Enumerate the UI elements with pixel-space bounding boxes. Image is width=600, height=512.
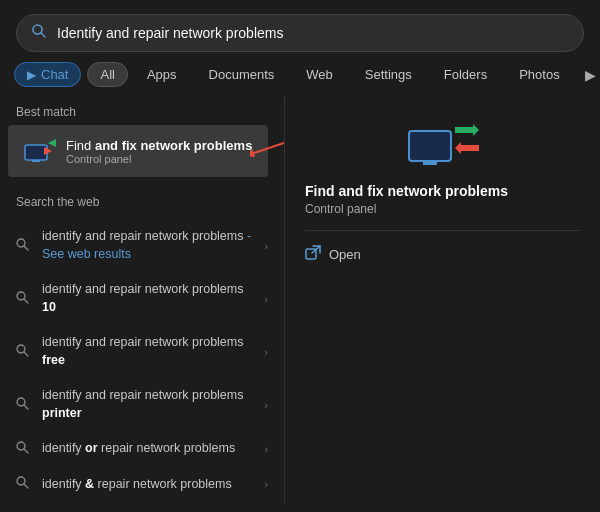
web-result-text: identify & repair network problems: [42, 476, 254, 494]
svg-marker-22: [455, 124, 479, 136]
tab-chat[interactable]: ▶ Chat: [14, 62, 81, 87]
web-result-text: identify and repair network problems fre…: [42, 334, 254, 369]
tab-apps-label: Apps: [147, 67, 177, 82]
search-input[interactable]: [57, 25, 569, 41]
best-match-text: Find and fix network problems Control pa…: [66, 138, 252, 165]
svg-line-9: [24, 246, 28, 250]
open-external-icon: [305, 245, 321, 264]
detail-network-icon: [407, 117, 479, 173]
tab-web[interactable]: Web: [293, 62, 346, 87]
chevron-right-icon: ›: [264, 478, 268, 490]
detail-icon-wrap: [305, 117, 580, 173]
play-icon[interactable]: ▶: [579, 63, 600, 87]
svg-line-17: [24, 449, 28, 453]
right-panel: Find and fix network problems Control pa…: [285, 97, 600, 504]
tab-all[interactable]: All: [87, 62, 127, 87]
list-item[interactable]: identify & repair network problems ›: [0, 467, 284, 503]
web-result-text: identify or repair network problems: [42, 440, 254, 458]
best-match-item[interactable]: Find and fix network problems Control pa…: [8, 125, 268, 177]
tab-documents-label: Documents: [209, 67, 275, 82]
list-item[interactable]: identify and repair network problems - S…: [0, 219, 284, 272]
svg-line-1: [41, 33, 45, 37]
tab-settings[interactable]: Settings: [352, 62, 425, 87]
tab-documents[interactable]: Documents: [196, 62, 288, 87]
search-icon-small: [16, 344, 32, 360]
search-icon-small: [16, 476, 32, 492]
chevron-right-icon: ›: [264, 443, 268, 455]
tab-web-label: Web: [306, 67, 333, 82]
list-item[interactable]: identify and repair network problems fre…: [0, 325, 284, 378]
search-icon-small: [16, 291, 32, 307]
chevron-right-icon: ›: [264, 399, 268, 411]
svg-rect-3: [32, 160, 40, 162]
detail-title: Find and fix network problems: [305, 183, 580, 199]
tab-folders[interactable]: Folders: [431, 62, 500, 87]
left-panel: Best match Find and fix netwo: [0, 97, 285, 504]
chevron-right-icon: ›: [264, 293, 268, 305]
svg-line-11: [24, 299, 28, 303]
divider: [305, 230, 580, 231]
tab-folders-label: Folders: [444, 67, 487, 82]
svg-marker-23: [455, 142, 479, 154]
list-item[interactable]: identify or repair network problems ›: [0, 431, 284, 467]
filter-tabs: ▶ Chat All Apps Documents Web Settings F…: [0, 62, 600, 97]
svg-line-15: [24, 405, 28, 409]
svg-rect-20: [409, 131, 451, 161]
svg-marker-5: [44, 147, 52, 155]
tab-settings-label: Settings: [365, 67, 412, 82]
svg-rect-2: [25, 145, 47, 160]
list-item[interactable]: identify and repair network problems 10 …: [0, 272, 284, 325]
svg-marker-4: [48, 139, 56, 147]
best-match-title-bold: and fix network problems: [95, 138, 252, 153]
detail-subtitle: Control panel: [305, 202, 376, 216]
tab-all-label: All: [100, 67, 114, 82]
tab-apps[interactable]: Apps: [134, 62, 190, 87]
chevron-right-icon: ›: [264, 346, 268, 358]
svg-line-13: [24, 352, 28, 356]
tab-photos[interactable]: Photos: [506, 62, 572, 87]
tab-photos-label: Photos: [519, 67, 559, 82]
search-icon-small: [16, 441, 32, 457]
search-icon-small: [16, 238, 32, 254]
main-content: Best match Find and fix netwo: [0, 97, 600, 504]
best-match-label: Best match: [0, 97, 284, 125]
web-result-text: identify and repair network problems 10: [42, 281, 254, 316]
best-match-title: Find and fix network problems: [66, 138, 252, 153]
web-result-text: identify and repair network problems - S…: [42, 228, 254, 263]
search-icon: [31, 23, 47, 43]
search-icon-small: [16, 397, 32, 413]
chat-play-icon: ▶: [27, 68, 36, 82]
network-icon: [24, 135, 56, 167]
chevron-right-icon: ›: [264, 240, 268, 252]
open-label: Open: [329, 247, 361, 262]
list-item[interactable]: identify and repair network problems pri…: [0, 378, 284, 431]
web-results-list: identify and repair network problems - S…: [0, 215, 284, 504]
tab-chat-label: Chat: [41, 67, 68, 82]
search-web-label: Search the web: [0, 187, 284, 215]
best-match-subtitle: Control panel: [66, 153, 252, 165]
open-button[interactable]: Open: [305, 245, 361, 264]
svg-rect-21: [423, 161, 437, 165]
web-result-text: identify and repair network problems pri…: [42, 387, 254, 422]
svg-line-19: [24, 484, 28, 488]
search-bar: [16, 14, 584, 52]
